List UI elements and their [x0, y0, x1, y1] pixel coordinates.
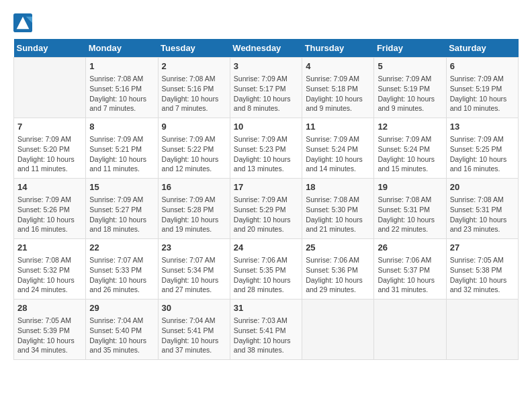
day-number: 28	[17, 302, 82, 314]
calendar-cell: 18Sunrise: 7:08 AM Sunset: 5:30 PM Dayli…	[302, 179, 374, 239]
day-info: Sunrise: 7:09 AM Sunset: 5:17 PM Dayligh…	[234, 74, 298, 113]
day-number: 2	[162, 60, 226, 73]
calendar-cell	[14, 58, 86, 118]
day-info: Sunrise: 7:05 AM Sunset: 5:39 PM Dayligh…	[17, 316, 82, 355]
day-info: Sunrise: 7:08 AM Sunset: 5:16 PM Dayligh…	[89, 74, 154, 113]
calendar-cell: 9Sunrise: 7:09 AM Sunset: 5:22 PM Daylig…	[158, 118, 230, 179]
day-info: Sunrise: 7:08 AM Sunset: 5:30 PM Dayligh…	[306, 195, 370, 234]
day-number: 5	[378, 60, 442, 73]
calendar-table: SundayMondayTuesdayWednesdayThursdayFrid…	[13, 39, 519, 360]
calendar-cell: 31Sunrise: 7:03 AM Sunset: 5:41 PM Dayli…	[230, 300, 302, 360]
calendar-cell	[374, 300, 446, 360]
logo-icon	[13, 13, 32, 32]
day-number: 4	[306, 60, 370, 73]
day-number: 25	[306, 242, 370, 254]
day-info: Sunrise: 7:09 AM Sunset: 5:24 PM Dayligh…	[378, 134, 442, 174]
day-header-friday: Friday	[374, 39, 446, 58]
day-number: 8	[89, 121, 154, 133]
calendar-cell: 5Sunrise: 7:09 AM Sunset: 5:19 PM Daylig…	[374, 58, 446, 118]
calendar-cell: 17Sunrise: 7:09 AM Sunset: 5:29 PM Dayli…	[230, 179, 302, 239]
day-info: Sunrise: 7:04 AM Sunset: 5:40 PM Dayligh…	[89, 316, 154, 355]
calendar-cell: 2Sunrise: 7:08 AM Sunset: 5:16 PM Daylig…	[158, 58, 230, 118]
day-header-tuesday: Tuesday	[158, 39, 230, 58]
day-info: Sunrise: 7:09 AM Sunset: 5:24 PM Dayligh…	[306, 134, 370, 174]
day-number: 26	[378, 242, 442, 254]
logo	[13, 13, 35, 32]
day-number: 19	[378, 181, 442, 193]
day-info: Sunrise: 7:03 AM Sunset: 5:41 PM Dayligh…	[234, 316, 298, 355]
day-number: 11	[306, 121, 370, 133]
day-number: 13	[450, 121, 515, 133]
calendar-cell: 29Sunrise: 7:04 AM Sunset: 5:40 PM Dayli…	[86, 300, 158, 360]
calendar-cell: 12Sunrise: 7:09 AM Sunset: 5:24 PM Dayli…	[374, 118, 446, 179]
day-number: 24	[234, 242, 298, 254]
day-number: 9	[162, 121, 226, 133]
day-number: 20	[450, 181, 515, 193]
day-info: Sunrise: 7:09 AM Sunset: 5:19 PM Dayligh…	[450, 74, 515, 113]
page-header	[13, 13, 519, 32]
day-info: Sunrise: 7:08 AM Sunset: 5:16 PM Dayligh…	[162, 74, 226, 113]
calendar-cell: 10Sunrise: 7:09 AM Sunset: 5:23 PM Dayli…	[230, 118, 302, 179]
calendar-cell: 26Sunrise: 7:06 AM Sunset: 5:37 PM Dayli…	[374, 239, 446, 300]
day-info: Sunrise: 7:09 AM Sunset: 5:27 PM Dayligh…	[89, 195, 154, 234]
calendar-cell: 23Sunrise: 7:07 AM Sunset: 5:34 PM Dayli…	[158, 239, 230, 300]
calendar-cell: 28Sunrise: 7:05 AM Sunset: 5:39 PM Dayli…	[14, 300, 86, 360]
calendar-cell	[302, 300, 374, 360]
day-info: Sunrise: 7:06 AM Sunset: 5:35 PM Dayligh…	[234, 255, 298, 295]
calendar-cell: 7Sunrise: 7:09 AM Sunset: 5:20 PM Daylig…	[14, 118, 86, 179]
day-info: Sunrise: 7:09 AM Sunset: 5:21 PM Dayligh…	[89, 134, 154, 174]
calendar-cell: 3Sunrise: 7:09 AM Sunset: 5:17 PM Daylig…	[230, 58, 302, 118]
day-number: 3	[234, 60, 298, 73]
calendar-week-row: 7Sunrise: 7:09 AM Sunset: 5:20 PM Daylig…	[14, 118, 519, 179]
day-number: 18	[306, 181, 370, 193]
day-info: Sunrise: 7:09 AM Sunset: 5:19 PM Dayligh…	[378, 74, 442, 113]
day-info: Sunrise: 7:09 AM Sunset: 5:23 PM Dayligh…	[234, 134, 298, 174]
day-number: 30	[162, 302, 226, 314]
day-info: Sunrise: 7:04 AM Sunset: 5:41 PM Dayligh…	[162, 316, 226, 355]
day-info: Sunrise: 7:08 AM Sunset: 5:32 PM Dayligh…	[17, 255, 82, 295]
day-number: 15	[89, 181, 154, 193]
calendar-cell: 15Sunrise: 7:09 AM Sunset: 5:27 PM Dayli…	[86, 179, 158, 239]
day-number: 21	[17, 242, 82, 254]
day-number: 16	[162, 181, 226, 193]
day-number: 7	[17, 121, 82, 133]
calendar-cell: 14Sunrise: 7:09 AM Sunset: 5:26 PM Dayli…	[14, 179, 86, 239]
day-info: Sunrise: 7:09 AM Sunset: 5:28 PM Dayligh…	[162, 195, 226, 234]
day-number: 14	[17, 181, 82, 193]
day-info: Sunrise: 7:09 AM Sunset: 5:25 PM Dayligh…	[450, 134, 515, 174]
calendar-week-row: 14Sunrise: 7:09 AM Sunset: 5:26 PM Dayli…	[14, 179, 519, 239]
day-info: Sunrise: 7:06 AM Sunset: 5:36 PM Dayligh…	[306, 255, 370, 295]
calendar-cell: 6Sunrise: 7:09 AM Sunset: 5:19 PM Daylig…	[446, 58, 518, 118]
day-number: 10	[234, 121, 298, 133]
day-number: 12	[378, 121, 442, 133]
day-header-wednesday: Wednesday	[230, 39, 302, 58]
calendar-cell: 11Sunrise: 7:09 AM Sunset: 5:24 PM Dayli…	[302, 118, 374, 179]
calendar-cell: 8Sunrise: 7:09 AM Sunset: 5:21 PM Daylig…	[86, 118, 158, 179]
day-info: Sunrise: 7:05 AM Sunset: 5:38 PM Dayligh…	[450, 255, 515, 295]
day-header-sunday: Sunday	[14, 39, 86, 58]
calendar-cell: 22Sunrise: 7:07 AM Sunset: 5:33 PM Dayli…	[86, 239, 158, 300]
calendar-cell: 20Sunrise: 7:08 AM Sunset: 5:31 PM Dayli…	[446, 179, 518, 239]
calendar-cell: 21Sunrise: 7:08 AM Sunset: 5:32 PM Dayli…	[14, 239, 86, 300]
calendar-header-row: SundayMondayTuesdayWednesdayThursdayFrid…	[14, 39, 519, 58]
calendar-cell: 25Sunrise: 7:06 AM Sunset: 5:36 PM Dayli…	[302, 239, 374, 300]
day-info: Sunrise: 7:09 AM Sunset: 5:22 PM Dayligh…	[162, 134, 226, 174]
calendar-cell: 1Sunrise: 7:08 AM Sunset: 5:16 PM Daylig…	[86, 58, 158, 118]
calendar-week-row: 21Sunrise: 7:08 AM Sunset: 5:32 PM Dayli…	[14, 239, 519, 300]
day-number: 23	[162, 242, 226, 254]
calendar-cell: 30Sunrise: 7:04 AM Sunset: 5:41 PM Dayli…	[158, 300, 230, 360]
day-number: 31	[234, 302, 298, 314]
day-info: Sunrise: 7:09 AM Sunset: 5:20 PM Dayligh…	[17, 134, 82, 174]
day-info: Sunrise: 7:09 AM Sunset: 5:29 PM Dayligh…	[234, 195, 298, 234]
day-info: Sunrise: 7:06 AM Sunset: 5:37 PM Dayligh…	[378, 255, 442, 295]
day-info: Sunrise: 7:07 AM Sunset: 5:33 PM Dayligh…	[89, 255, 154, 295]
day-info: Sunrise: 7:08 AM Sunset: 5:31 PM Dayligh…	[450, 195, 515, 234]
day-info: Sunrise: 7:09 AM Sunset: 5:26 PM Dayligh…	[17, 195, 82, 234]
day-number: 17	[234, 181, 298, 193]
day-header-monday: Monday	[86, 39, 158, 58]
calendar-cell: 4Sunrise: 7:09 AM Sunset: 5:18 PM Daylig…	[302, 58, 374, 118]
day-number: 29	[89, 302, 154, 314]
calendar-cell: 13Sunrise: 7:09 AM Sunset: 5:25 PM Dayli…	[446, 118, 518, 179]
calendar-cell: 27Sunrise: 7:05 AM Sunset: 5:38 PM Dayli…	[446, 239, 518, 300]
calendar-week-row: 28Sunrise: 7:05 AM Sunset: 5:39 PM Dayli…	[14, 300, 519, 360]
